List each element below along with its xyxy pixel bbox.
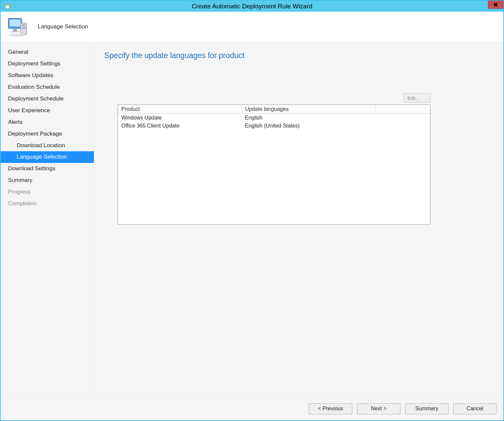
summary-button[interactable]: Summary — [405, 403, 449, 414]
cell-product: Windows Update — [118, 114, 242, 122]
page-heading: Specify the update languages for product — [104, 51, 493, 60]
cell-blank — [375, 122, 430, 130]
svg-rect-9 — [22, 27, 26, 29]
nav-item-alerts[interactable]: Alerts — [1, 117, 94, 128]
nav-item-summary[interactable]: Summary — [1, 175, 94, 186]
previous-button[interactable]: < Previous — [309, 403, 352, 414]
table-row[interactable]: Windows UpdateEnglish — [118, 114, 430, 122]
nav-item-download-location[interactable]: Download Location — [1, 140, 94, 152]
nav-item-language-selection[interactable]: Language Selection — [1, 151, 94, 163]
cell-languages: English (United States) — [242, 122, 375, 130]
column-header-languages[interactable]: Update languages — [242, 105, 375, 114]
edit-button-row: Edit… — [118, 93, 430, 102]
cell-blank — [375, 114, 430, 122]
svg-rect-8 — [22, 24, 26, 26]
close-icon: ✖ — [493, 1, 498, 8]
nav-item-general[interactable]: General — [1, 46, 94, 58]
column-header-product[interactable]: Product — [118, 105, 242, 114]
wizard-header-icon — [7, 16, 29, 38]
titlebar: Create Automatic Deployment Rule Wizard … — [1, 1, 503, 12]
grid-header-row: Product Update languages — [118, 105, 430, 114]
next-button[interactable]: Next > — [357, 403, 400, 414]
wizard-window: Create Automatic Deployment Rule Wizard … — [0, 0, 504, 421]
nav-item-progress: Progress — [1, 186, 94, 198]
svg-rect-6 — [11, 31, 19, 32]
nav-item-download-settings[interactable]: Download Settings — [1, 163, 94, 175]
nav-item-user-experience[interactable]: User Experience — [1, 105, 94, 117]
wizard-page-title: Language Selection — [38, 23, 88, 30]
nav-item-evaluation-schedule[interactable]: Evaluation Schedule — [1, 81, 94, 93]
column-header-blank — [375, 105, 430, 114]
nav-item-software-updates[interactable]: Software Updates — [1, 70, 94, 81]
nav-item-deployment-package[interactable]: Deployment Package — [1, 128, 94, 140]
nav-item-completion: Completion — [1, 198, 94, 210]
nav-item-deployment-schedule[interactable]: Deployment Schedule — [1, 93, 94, 105]
cancel-button[interactable]: Cancel — [453, 403, 497, 414]
wizard-header: Language Selection — [1, 12, 503, 42]
svg-rect-4 — [10, 20, 20, 26]
edit-button: Edit… — [404, 93, 430, 102]
svg-rect-5 — [13, 29, 17, 31]
language-grid[interactable]: Product Update languages Windows UpdateE… — [118, 104, 430, 225]
table-row[interactable]: Office 365 Client UpdateEnglish (United … — [118, 122, 430, 130]
wizard-nav-sidebar: GeneralDeployment SettingsSoftware Updat… — [1, 42, 94, 397]
window-title: Create Automatic Deployment Rule Wizard — [1, 3, 503, 10]
wizard-footer: < Previous Next > Summary Cancel — [1, 397, 503, 420]
wizard-main: Specify the update languages for product… — [94, 42, 503, 397]
wizard-body: GeneralDeployment SettingsSoftware Updat… — [1, 42, 503, 397]
nav-item-deployment-settings[interactable]: Deployment Settings — [1, 58, 94, 70]
cell-languages: English — [242, 114, 375, 122]
close-button[interactable]: ✖ — [488, 1, 503, 9]
svg-point-10 — [9, 34, 26, 36]
cell-product: Office 365 Client Update — [118, 122, 242, 130]
